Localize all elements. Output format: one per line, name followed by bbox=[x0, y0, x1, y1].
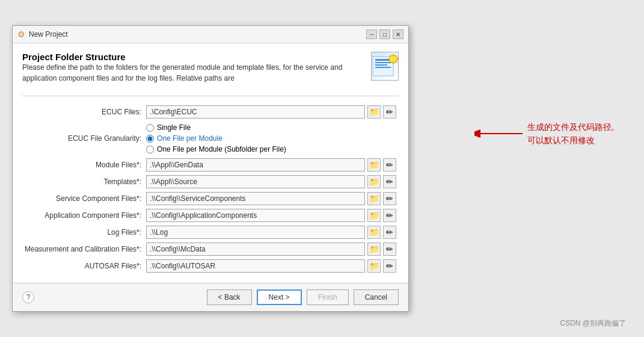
log-files-edit-button[interactable]: ✏ bbox=[383, 226, 396, 239]
measurement-row: Measurement and Calibration Files*: 📁 ✏ bbox=[22, 241, 399, 258]
ecuc-files-edit-button[interactable]: ✏ bbox=[383, 105, 396, 119]
ecuc-granularity-options: Single File One File per Module One File… bbox=[144, 120, 399, 156]
log-files-input[interactable] bbox=[146, 226, 365, 239]
radio-single-file-label: Single File bbox=[157, 123, 191, 132]
measurement-edit-button[interactable]: ✏ bbox=[383, 243, 396, 256]
measurement-browse-button[interactable]: 📁 bbox=[367, 243, 381, 256]
svg-line-11 bbox=[396, 56, 397, 57]
svg-rect-4 bbox=[375, 67, 391, 68]
autosar-browse-button[interactable]: 📁 bbox=[367, 259, 381, 273]
form-table: ECUC Files: 📁 ✏ ECUC File Granularity: bbox=[22, 104, 399, 274]
measurement-input[interactable] bbox=[146, 243, 365, 256]
radio-one-file-per-module[interactable]: One File per Module bbox=[146, 134, 396, 143]
close-button[interactable]: ✕ bbox=[393, 29, 403, 39]
radio-one-file-per-module-label: One File per Module bbox=[157, 134, 222, 143]
next-button[interactable]: Next > bbox=[257, 289, 302, 305]
wizard-icon-svg bbox=[372, 53, 398, 79]
log-files-label: Log Files*: bbox=[22, 224, 144, 241]
app-component-input[interactable] bbox=[146, 209, 365, 222]
service-component-edit-button[interactable]: ✏ bbox=[383, 192, 396, 205]
section-desc: Please define the path to the folders fo… bbox=[22, 62, 371, 84]
module-files-input-cell: 📁 ✏ bbox=[144, 156, 399, 173]
ecuc-files-label: ECUC Files: bbox=[22, 104, 144, 120]
footer-left: ? bbox=[22, 291, 34, 303]
svg-rect-2 bbox=[375, 62, 391, 63]
measurement-label: Measurement and Calibration Files*: bbox=[22, 241, 144, 258]
templates-input-cell: 📁 ✏ bbox=[144, 173, 399, 190]
ecuc-files-input-cell: 📁 ✏ bbox=[144, 104, 399, 120]
watermark: CSDN @别再跑偏了 bbox=[560, 318, 626, 329]
wizard-icon bbox=[371, 52, 399, 81]
window-title: New Project bbox=[29, 30, 68, 39]
help-button[interactable]: ? bbox=[22, 291, 34, 303]
title-bar-controls: ─ □ ✕ bbox=[366, 29, 403, 39]
module-files-input[interactable] bbox=[146, 158, 365, 172]
svg-line-12 bbox=[390, 61, 391, 63]
service-component-input[interactable] bbox=[146, 192, 365, 205]
autosar-input[interactable] bbox=[146, 259, 365, 273]
svg-line-10 bbox=[390, 56, 391, 57]
templates-input[interactable] bbox=[146, 175, 365, 188]
autosar-edit-button[interactable]: ✏ bbox=[383, 259, 396, 273]
cancel-button[interactable]: Cancel bbox=[354, 289, 399, 305]
templates-browse-button[interactable]: 📁 bbox=[367, 175, 381, 188]
log-files-row: Log Files*: 📁 ✏ bbox=[22, 224, 399, 241]
ecuc-files-row: ECUC Files: 📁 ✏ bbox=[22, 104, 399, 120]
ecuc-granularity-label: ECUC File Granularity: bbox=[22, 120, 144, 156]
divider bbox=[22, 96, 399, 96]
log-files-input-cell: 📁 ✏ bbox=[144, 224, 399, 241]
dialog-footer: ? < Back Next > Finish Cancel bbox=[13, 283, 408, 311]
app-component-input-cell: 📁 ✏ bbox=[144, 207, 399, 224]
title-bar: ⚙ New Project ─ □ ✕ bbox=[13, 26, 408, 43]
section-title: Project Folder Structure bbox=[22, 52, 371, 62]
autosar-input-cell: 📁 ✏ bbox=[144, 258, 399, 274]
radio-one-file-subfolder[interactable]: One File per Module (Subfolder per File) bbox=[146, 145, 396, 153]
annotation-text: 生成的文件及代码路径, 可以默认不用修改 bbox=[527, 120, 614, 147]
module-files-label: Module Files*: bbox=[22, 156, 144, 173]
measurement-input-cell: 📁 ✏ bbox=[144, 241, 399, 258]
arrow-svg bbox=[474, 128, 523, 140]
app-component-label: Application Component Files*: bbox=[22, 207, 144, 224]
app-component-row: Application Component Files*: 📁 ✏ bbox=[22, 207, 399, 224]
dialog-content: Project Folder Structure Please define t… bbox=[13, 43, 408, 283]
autosar-label: AUTOSAR Files*: bbox=[22, 258, 144, 274]
annotation: 生成的文件及代码路径, 可以默认不用修改 bbox=[474, 120, 614, 147]
annotation-arrow bbox=[474, 128, 523, 140]
svg-line-13 bbox=[396, 61, 397, 63]
title-bar-left: ⚙ New Project bbox=[17, 29, 68, 39]
radio-single-file[interactable]: Single File bbox=[146, 123, 396, 132]
radio-single-file-input[interactable] bbox=[146, 124, 154, 132]
service-component-row: Service Component Files*: 📁 ✏ bbox=[22, 190, 399, 207]
minimize-button[interactable]: ─ bbox=[366, 29, 377, 39]
finish-button[interactable]: Finish bbox=[307, 289, 349, 305]
app-icon: ⚙ bbox=[17, 29, 25, 39]
ecuc-files-browse-button[interactable]: 📁 bbox=[367, 105, 381, 119]
svg-rect-3 bbox=[375, 64, 387, 66]
templates-row: Templates*: 📁 ✏ bbox=[22, 173, 399, 190]
module-files-edit-button[interactable]: ✏ bbox=[383, 158, 396, 172]
annotation-line1: 生成的文件及代码路径, bbox=[527, 122, 614, 132]
autosar-row: AUTOSAR Files*: 📁 ✏ bbox=[22, 258, 399, 274]
app-component-browse-button[interactable]: 📁 bbox=[367, 209, 381, 222]
back-button[interactable]: < Back bbox=[207, 289, 252, 305]
radio-one-file-per-module-input[interactable] bbox=[146, 135, 154, 143]
maximize-button[interactable]: □ bbox=[379, 29, 390, 39]
radio-one-file-subfolder-input[interactable] bbox=[146, 146, 154, 153]
service-component-input-cell: 📁 ✏ bbox=[144, 190, 399, 207]
section-header-text: Project Folder Structure Please define t… bbox=[22, 52, 371, 91]
service-component-label: Service Component Files*: bbox=[22, 190, 144, 207]
module-files-browse-button[interactable]: 📁 bbox=[367, 158, 381, 172]
templates-edit-button[interactable]: ✏ bbox=[383, 175, 396, 188]
ecuc-files-input[interactable] bbox=[146, 105, 365, 119]
section-header: Project Folder Structure Please define t… bbox=[22, 52, 399, 91]
app-component-edit-button[interactable]: ✏ bbox=[383, 209, 396, 222]
radio-group: Single File One File per Module One File… bbox=[146, 122, 396, 155]
module-files-row: Module Files*: 📁 ✏ bbox=[22, 156, 399, 173]
annotation-line2: 可以默认不用修改 bbox=[527, 135, 595, 145]
service-component-browse-button[interactable]: 📁 bbox=[367, 192, 381, 205]
footer-buttons: < Back Next > Finish Cancel bbox=[207, 289, 399, 305]
radio-one-file-subfolder-label: One File per Module (Subfolder per File) bbox=[157, 145, 286, 153]
templates-label: Templates*: bbox=[22, 173, 144, 190]
ecuc-granularity-row: ECUC File Granularity: Single File One F… bbox=[22, 120, 399, 156]
log-files-browse-button[interactable]: 📁 bbox=[367, 226, 381, 239]
